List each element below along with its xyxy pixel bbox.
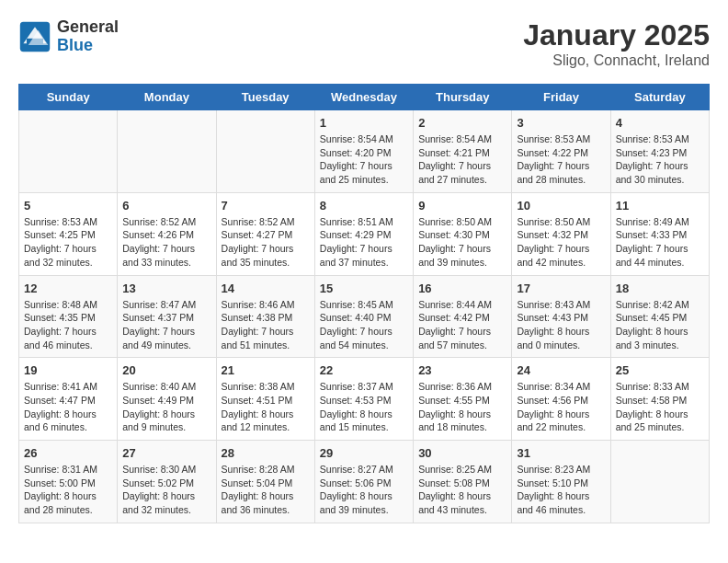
day-cell: 31Sunrise: 8:23 AM Sunset: 5:10 PM Dayli… bbox=[512, 441, 610, 523]
day-number: 18 bbox=[616, 282, 704, 295]
day-cell: 27Sunrise: 8:30 AM Sunset: 5:02 PM Dayli… bbox=[118, 441, 216, 523]
day-number: 31 bbox=[517, 446, 605, 460]
day-info: Sunrise: 8:50 AM Sunset: 4:30 PM Dayligh… bbox=[418, 215, 506, 270]
day-cell: 22Sunrise: 8:37 AM Sunset: 4:53 PM Dayli… bbox=[314, 358, 413, 441]
day-cell: 24Sunrise: 8:34 AM Sunset: 4:56 PM Dayli… bbox=[512, 358, 610, 441]
day-cell: 4Sunrise: 8:53 AM Sunset: 4:23 PM Daylig… bbox=[610, 110, 709, 193]
day-cell: 20Sunrise: 8:40 AM Sunset: 4:49 PM Dayli… bbox=[118, 358, 216, 441]
day-number: 3 bbox=[517, 116, 605, 130]
day-number: 26 bbox=[24, 446, 112, 460]
logo-line2: Blue bbox=[57, 37, 119, 55]
day-info: Sunrise: 8:53 AM Sunset: 4:23 PM Dayligh… bbox=[616, 132, 704, 187]
day-info: Sunrise: 8:48 AM Sunset: 4:35 PM Dayligh… bbox=[24, 298, 112, 352]
day-info: Sunrise: 8:40 AM Sunset: 4:49 PM Dayligh… bbox=[122, 380, 210, 434]
day-info: Sunrise: 8:53 AM Sunset: 4:22 PM Dayligh… bbox=[517, 132, 605, 187]
day-info: Sunrise: 8:27 AM Sunset: 5:06 PM Dayligh… bbox=[320, 463, 408, 517]
week-row-5: 26Sunrise: 8:31 AM Sunset: 5:00 PM Dayli… bbox=[19, 441, 710, 523]
header-row: SundayMondayTuesdayWednesdayThursdayFrid… bbox=[19, 85, 710, 110]
day-cell: 1Sunrise: 8:54 AM Sunset: 4:20 PM Daylig… bbox=[314, 110, 413, 193]
day-cell: 7Sunrise: 8:52 AM Sunset: 4:27 PM Daylig… bbox=[216, 192, 314, 275]
day-cell: 9Sunrise: 8:50 AM Sunset: 4:30 PM Daylig… bbox=[414, 192, 512, 275]
day-cell: 16Sunrise: 8:44 AM Sunset: 4:42 PM Dayli… bbox=[414, 275, 512, 358]
day-number: 7 bbox=[222, 199, 310, 213]
day-number: 25 bbox=[616, 363, 704, 377]
day-number: 13 bbox=[122, 282, 210, 295]
day-cell: 26Sunrise: 8:31 AM Sunset: 5:00 PM Dayli… bbox=[19, 441, 118, 523]
page-title: January 2025 bbox=[523, 18, 710, 52]
col-header-saturday: Saturday bbox=[610, 85, 709, 110]
day-number: 15 bbox=[320, 282, 408, 295]
day-number: 11 bbox=[616, 199, 704, 213]
day-number: 27 bbox=[122, 446, 210, 460]
page-subtitle: Sligo, Connacht, Ireland bbox=[523, 52, 710, 69]
day-cell: 3Sunrise: 8:53 AM Sunset: 4:22 PM Daylig… bbox=[512, 110, 610, 193]
day-number: 24 bbox=[517, 363, 605, 377]
day-info: Sunrise: 8:46 AM Sunset: 4:38 PM Dayligh… bbox=[222, 298, 310, 352]
day-cell: 23Sunrise: 8:36 AM Sunset: 4:55 PM Dayli… bbox=[414, 358, 512, 441]
day-info: Sunrise: 8:51 AM Sunset: 4:29 PM Dayligh… bbox=[320, 215, 408, 270]
day-info: Sunrise: 8:47 AM Sunset: 4:37 PM Dayligh… bbox=[122, 298, 210, 352]
day-cell: 28Sunrise: 8:28 AM Sunset: 5:04 PM Dayli… bbox=[216, 441, 314, 523]
day-cell: 18Sunrise: 8:42 AM Sunset: 4:45 PM Dayli… bbox=[610, 275, 709, 358]
day-cell: 6Sunrise: 8:52 AM Sunset: 4:26 PM Daylig… bbox=[118, 192, 216, 275]
day-info: Sunrise: 8:23 AM Sunset: 5:10 PM Dayligh… bbox=[517, 463, 605, 517]
day-number: 28 bbox=[222, 446, 310, 460]
page-header: General Blue January 2025 Sligo, Connach… bbox=[18, 18, 710, 69]
week-row-4: 19Sunrise: 8:41 AM Sunset: 4:47 PM Dayli… bbox=[19, 358, 710, 441]
day-number: 29 bbox=[320, 446, 408, 460]
day-info: Sunrise: 8:31 AM Sunset: 5:00 PM Dayligh… bbox=[24, 463, 112, 517]
day-info: Sunrise: 8:45 AM Sunset: 4:40 PM Dayligh… bbox=[320, 298, 408, 352]
day-info: Sunrise: 8:50 AM Sunset: 4:32 PM Dayligh… bbox=[517, 215, 605, 270]
title-block: January 2025 Sligo, Connacht, Ireland bbox=[523, 18, 710, 69]
col-header-sunday: Sunday bbox=[19, 85, 118, 110]
day-info: Sunrise: 8:54 AM Sunset: 4:21 PM Dayligh… bbox=[418, 132, 506, 187]
day-cell: 13Sunrise: 8:47 AM Sunset: 4:37 PM Dayli… bbox=[118, 275, 216, 358]
day-number: 2 bbox=[418, 116, 506, 130]
day-info: Sunrise: 8:42 AM Sunset: 4:45 PM Dayligh… bbox=[616, 298, 704, 352]
day-cell: 12Sunrise: 8:48 AM Sunset: 4:35 PM Dayli… bbox=[19, 275, 118, 358]
day-number: 8 bbox=[320, 199, 408, 213]
day-info: Sunrise: 8:36 AM Sunset: 4:55 PM Dayligh… bbox=[418, 380, 506, 434]
day-number: 9 bbox=[418, 199, 506, 213]
logo-line1: General bbox=[57, 18, 119, 37]
day-number: 12 bbox=[24, 282, 112, 295]
logo-icon bbox=[18, 20, 51, 53]
day-info: Sunrise: 8:33 AM Sunset: 4:58 PM Dayligh… bbox=[616, 380, 704, 434]
day-cell: 2Sunrise: 8:54 AM Sunset: 4:21 PM Daylig… bbox=[414, 110, 512, 193]
logo-text: General Blue bbox=[57, 18, 119, 55]
day-cell: 5Sunrise: 8:53 AM Sunset: 4:25 PM Daylig… bbox=[19, 192, 118, 275]
day-number: 20 bbox=[122, 363, 210, 377]
calendar-table: SundayMondayTuesdayWednesdayThursdayFrid… bbox=[18, 84, 710, 523]
day-number: 10 bbox=[517, 199, 605, 213]
week-row-2: 5Sunrise: 8:53 AM Sunset: 4:25 PM Daylig… bbox=[19, 192, 710, 275]
day-number: 1 bbox=[320, 116, 408, 130]
day-number: 17 bbox=[517, 282, 605, 295]
col-header-friday: Friday bbox=[512, 85, 610, 110]
day-cell: 17Sunrise: 8:43 AM Sunset: 4:43 PM Dayli… bbox=[512, 275, 610, 358]
col-header-wednesday: Wednesday bbox=[314, 85, 413, 110]
day-cell: 25Sunrise: 8:33 AM Sunset: 4:58 PM Dayli… bbox=[610, 358, 709, 441]
day-number: 6 bbox=[122, 199, 210, 213]
day-info: Sunrise: 8:38 AM Sunset: 4:51 PM Dayligh… bbox=[222, 380, 310, 434]
day-number: 30 bbox=[418, 446, 506, 460]
day-info: Sunrise: 8:52 AM Sunset: 4:27 PM Dayligh… bbox=[222, 215, 310, 270]
day-number: 16 bbox=[418, 282, 506, 295]
day-number: 21 bbox=[222, 363, 310, 377]
day-cell: 29Sunrise: 8:27 AM Sunset: 5:06 PM Dayli… bbox=[314, 441, 413, 523]
day-number: 4 bbox=[616, 116, 704, 130]
day-info: Sunrise: 8:34 AM Sunset: 4:56 PM Dayligh… bbox=[517, 380, 605, 434]
day-cell: 14Sunrise: 8:46 AM Sunset: 4:38 PM Dayli… bbox=[216, 275, 314, 358]
day-info: Sunrise: 8:28 AM Sunset: 5:04 PM Dayligh… bbox=[222, 463, 310, 517]
day-cell bbox=[610, 441, 709, 523]
day-number: 14 bbox=[222, 282, 310, 295]
day-info: Sunrise: 8:44 AM Sunset: 4:42 PM Dayligh… bbox=[418, 298, 506, 352]
day-cell: 15Sunrise: 8:45 AM Sunset: 4:40 PM Dayli… bbox=[314, 275, 413, 358]
col-header-tuesday: Tuesday bbox=[216, 85, 314, 110]
day-info: Sunrise: 8:30 AM Sunset: 5:02 PM Dayligh… bbox=[122, 463, 210, 517]
week-row-3: 12Sunrise: 8:48 AM Sunset: 4:35 PM Dayli… bbox=[19, 275, 710, 358]
day-cell bbox=[19, 110, 118, 193]
day-cell bbox=[216, 110, 314, 193]
day-info: Sunrise: 8:49 AM Sunset: 4:33 PM Dayligh… bbox=[616, 215, 704, 270]
day-number: 23 bbox=[418, 363, 506, 377]
logo: General Blue bbox=[18, 18, 119, 55]
